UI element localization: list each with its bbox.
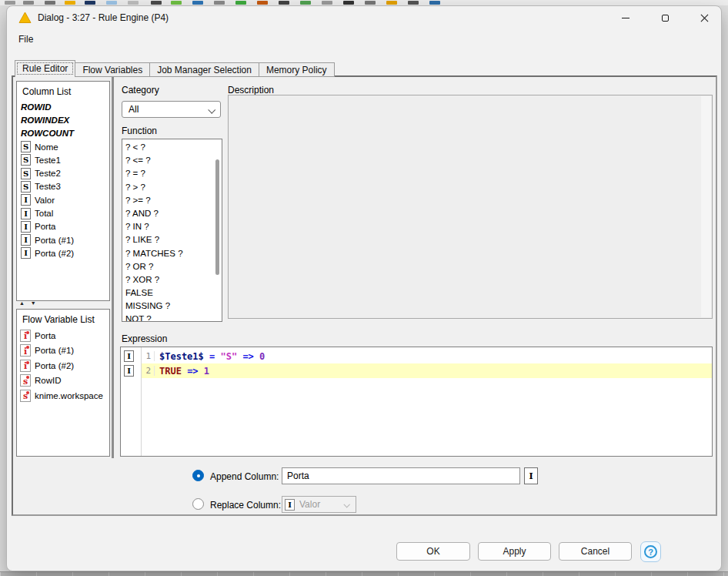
- function-item[interactable]: NOT ?: [125, 313, 222, 322]
- outcome-type-icon: I: [124, 350, 134, 362]
- flow-variable-type-icon: i: [20, 360, 31, 372]
- column-type-icon: S: [21, 181, 31, 193]
- function-item[interactable]: ? OR ?: [125, 260, 222, 273]
- flow-variable-list-items: iPortaiPorta (#1)iPorta (#2)sRowIDsknime…: [17, 328, 109, 404]
- column-list-item[interactable]: ROWCOUNT: [17, 127, 109, 140]
- split-pane-divider[interactable]: [112, 77, 114, 458]
- flow-variable-name: Porta (#1): [35, 346, 74, 355]
- column-name: Teste2: [35, 169, 61, 178]
- column-name: Porta (#1): [35, 236, 74, 245]
- splitter-arrow-buttons[interactable]: ▲ ▼: [19, 300, 38, 307]
- column-name: Porta: [35, 222, 56, 231]
- column-list-item[interactable]: ROWID: [17, 100, 109, 113]
- function-item[interactable]: ? IN ?: [125, 220, 222, 233]
- function-item[interactable]: ? < ?: [125, 141, 222, 154]
- function-item[interactable]: MISSING ?: [125, 300, 222, 313]
- toolbar-icon-fragment: [386, 1, 397, 5]
- flow-variable-dot-icon: [26, 361, 29, 364]
- cancel-button[interactable]: Cancel: [559, 542, 632, 561]
- tab-job-manager-selection[interactable]: Job Manager Selection: [149, 62, 259, 77]
- column-list-item[interactable]: IPorta (#1): [17, 233, 109, 246]
- column-list-item[interactable]: ROWINDEX: [17, 113, 109, 126]
- tab-bar: Rule EditorFlow VariablesJob Manager Sel…: [15, 60, 334, 77]
- menu-file[interactable]: File: [14, 32, 38, 46]
- function-item[interactable]: ? XOR ?: [125, 273, 222, 286]
- apply-button[interactable]: Apply: [478, 542, 551, 561]
- code-token: 0: [259, 351, 265, 362]
- function-item[interactable]: ? > ?: [125, 181, 222, 194]
- close-icon: [700, 14, 709, 22]
- function-scrollbar-thumb[interactable]: [215, 159, 219, 275]
- help-icon: ?: [644, 545, 657, 558]
- toolbar-icon-fragment: [235, 1, 246, 5]
- flow-variable-item[interactable]: sRowID: [17, 373, 109, 389]
- column-name: Teste3: [35, 182, 61, 191]
- column-list-item[interactable]: STeste1: [17, 153, 109, 166]
- column-list-item[interactable]: SNome: [17, 140, 109, 153]
- replace-column-radio[interactable]: [192, 498, 204, 510]
- expression-code: $Teste1$ = "S" => 0: [155, 351, 265, 362]
- replace-column-dropdown[interactable]: I Valor: [282, 496, 356, 513]
- column-type-icon: I: [21, 247, 31, 259]
- toolbar-icon-fragment: [106, 1, 117, 5]
- replace-column-label: Replace Column:: [210, 500, 281, 511]
- flow-variable-type-icon: i: [20, 330, 31, 342]
- flow-variable-item[interactable]: iPorta: [17, 328, 109, 343]
- help-button[interactable]: ?: [640, 541, 661, 562]
- code-token: =>: [237, 351, 259, 362]
- column-type-icon: I: [21, 234, 31, 246]
- function-item[interactable]: ? AND ?: [125, 207, 222, 220]
- expression-editor[interactable]: I1$Teste1$ = "S" => 0I2TRUE => 1: [120, 347, 713, 457]
- flow-variable-item[interactable]: iPorta (#1): [17, 343, 109, 359]
- function-item[interactable]: ? LIKE ?: [125, 233, 222, 246]
- flow-variable-name: RowID: [35, 376, 62, 385]
- toolbar-icon-fragment: [214, 1, 225, 5]
- maximize-icon: [662, 15, 669, 22]
- flow-variable-item[interactable]: iPorta (#2): [17, 358, 109, 373]
- ok-button[interactable]: OK: [396, 542, 470, 561]
- toolbar-icon-fragment: [429, 1, 440, 5]
- function-item[interactable]: ? <= ?: [125, 154, 222, 167]
- toolbar-icon-fragment: [128, 1, 139, 5]
- column-type-icon: I: [285, 499, 295, 511]
- toolbar-icon-fragment: [151, 1, 162, 5]
- function-label: Function: [122, 126, 157, 136]
- function-item[interactable]: ? MATCHES ?: [125, 247, 222, 260]
- category-dropdown[interactable]: All: [122, 101, 221, 118]
- tab-rule-editor[interactable]: Rule Editor: [15, 60, 75, 77]
- flow-variable-dot-icon: [26, 331, 29, 334]
- column-name: Total: [35, 209, 53, 218]
- column-list-panel: Column List ROWIDROWINDEXROWCOUNTSNomeST…: [16, 81, 110, 301]
- minimize-button[interactable]: [608, 7, 643, 28]
- expression-line[interactable]: I1$Teste1$ = "S" => 0: [121, 349, 712, 363]
- title-bar[interactable]: Dialog - 3:27 - Rule Engine (P4): [7, 6, 721, 29]
- append-type-button[interactable]: I: [524, 467, 538, 484]
- tab-flow-variables[interactable]: Flow Variables: [75, 62, 150, 77]
- flow-variable-item[interactable]: sknime.workspace: [17, 388, 109, 404]
- append-column-input[interactable]: Porta: [282, 467, 520, 484]
- gutter-icon-cell: I: [121, 350, 141, 362]
- function-item[interactable]: FALSE: [125, 286, 222, 300]
- maximize-button[interactable]: [647, 7, 683, 28]
- append-column-radio[interactable]: [192, 470, 204, 481]
- column-list-item[interactable]: IValor: [17, 193, 109, 206]
- tab-memory-policy[interactable]: Memory Policy: [259, 62, 335, 77]
- column-type-icon: I: [21, 208, 31, 219]
- column-list-item[interactable]: ITotal: [17, 206, 109, 219]
- toolbar-icon-fragment: [192, 1, 203, 5]
- close-button[interactable]: [686, 7, 722, 28]
- function-item[interactable]: ? = ?: [125, 167, 222, 180]
- toolbar-icon-fragment: [85, 1, 95, 5]
- toolbar-icon-fragment: [5, 1, 15, 5]
- column-list-item[interactable]: STeste2: [17, 166, 109, 179]
- category-value: All: [129, 104, 139, 115]
- function-item[interactable]: ? >= ?: [125, 194, 222, 207]
- column-list-item[interactable]: IPorta (#2): [17, 246, 109, 260]
- append-column-label: Append Column:: [210, 471, 279, 482]
- expression-code: TRUE => 1: [155, 366, 209, 377]
- column-list-item[interactable]: STeste3: [17, 180, 109, 193]
- column-type-icon: S: [21, 154, 31, 166]
- expression-line[interactable]: I2TRUE => 1: [121, 363, 712, 378]
- flow-variable-type-icon: s: [20, 374, 31, 387]
- column-list-item[interactable]: IPorta: [17, 220, 109, 233]
